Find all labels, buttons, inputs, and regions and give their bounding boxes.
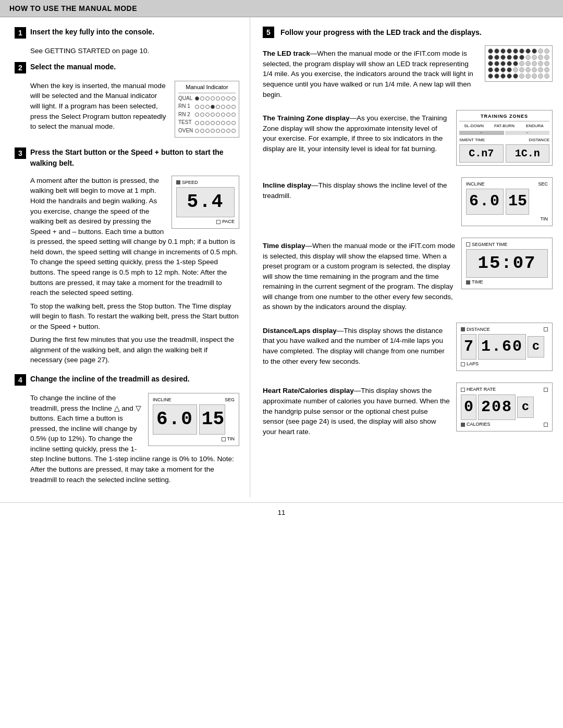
dot: [200, 121, 204, 125]
dot: [216, 121, 220, 125]
distance-displays: 7 1.60 c: [461, 334, 548, 360]
laps-icon: [461, 362, 465, 366]
indicator-row-rn2: RN 2: [178, 111, 236, 119]
distance-label: DISTANCE: [467, 326, 490, 333]
led-dot: [488, 67, 493, 72]
distance-top: DISTANCE: [461, 326, 548, 333]
led-grid: [488, 48, 549, 79]
dot: [205, 129, 210, 133]
speed-display-box: SPEED 5.4 PACE: [172, 176, 239, 229]
step-2-content: Manual Indicator QUAL: [30, 81, 239, 142]
time-display-value: 15:07: [466, 249, 548, 278]
incline-right-box: INCLINE SEC 6.0 15 TIN: [461, 177, 553, 226]
dot: [221, 105, 225, 109]
pace-indicator-icon: [216, 220, 221, 224]
indicator-label-rn1: RN 1: [178, 103, 195, 110]
tz-sublabel-2: DISTANCE: [529, 137, 549, 143]
time-display-body: —When the manual mode or the iFIT.com mo…: [263, 242, 455, 311]
incline-value1: 6.0: [153, 404, 197, 435]
led-dot: [538, 67, 543, 72]
dot: [205, 121, 210, 125]
page: HOW TO USE THE MANUAL MODE 1 Insert the …: [0, 0, 563, 523]
dot: [231, 105, 236, 109]
speed-label-text: SPEED: [182, 179, 198, 186]
segment-time-label: SEGMENT TIME: [472, 241, 507, 248]
led-dot: [513, 55, 518, 60]
time-display-title: Time display: [263, 242, 305, 250]
training-zones-title: The Training Zone display: [263, 114, 350, 122]
dot: [221, 113, 225, 117]
dot: [200, 129, 204, 133]
dot: [200, 105, 204, 109]
led-dot: [500, 55, 506, 60]
incline-display-title: Incline display: [263, 181, 311, 189]
led-dot: [525, 67, 531, 72]
dot: [231, 129, 236, 133]
dot: [195, 129, 199, 133]
step-2-number: 2: [15, 62, 26, 73]
tz-display-2: 1C.n: [506, 144, 550, 163]
dot-row-qual: [195, 96, 236, 101]
led-dot: [519, 55, 524, 60]
led-dot: [488, 61, 493, 66]
distance-right-icon: [544, 327, 548, 331]
training-zones-labels: SL-DOWN FAT-BURN ENDURA: [459, 123, 549, 129]
manual-indicator-box: Manual Indicator QUAL: [175, 81, 239, 138]
heart-rate-box: HEART RATE 0 208 c CALOR: [456, 382, 553, 431]
dot: [221, 121, 225, 125]
led-dot: [507, 61, 512, 66]
section-header: HOW TO USE THE MANUAL MODE: [0, 0, 563, 17]
dot: [211, 121, 215, 125]
tz-display-1: C.n7: [459, 144, 504, 163]
led-dot: [507, 48, 512, 54]
heart-rate-num1: 0: [461, 394, 476, 421]
led-dot: [538, 48, 543, 54]
indicator-row-oven: OVEN: [178, 127, 236, 135]
time-indicator-icon: [466, 280, 470, 285]
dot: [195, 105, 199, 109]
led-dot: [494, 61, 499, 66]
distance-section: DISTANCE 7 1.60 c LAPS: [263, 323, 553, 376]
indicator-label-oven: OVEN: [178, 127, 195, 135]
led-dot: [532, 61, 537, 66]
heart-rate-top: HEART RATE: [461, 386, 548, 393]
led-dot: [507, 55, 512, 60]
dot: [226, 96, 230, 101]
speed-indicator-icon: [176, 180, 180, 184]
incline-bottom-label: TIN: [227, 436, 235, 442]
led-dot: [538, 61, 543, 66]
incline-right-bottom: TIN: [466, 216, 548, 223]
dot: [211, 113, 215, 117]
led-dot: [525, 61, 531, 66]
distance-top-left: DISTANCE: [461, 326, 490, 333]
heart-rate-top-left: HEART RATE: [461, 386, 496, 393]
incline-displays: 6.0 15: [153, 404, 235, 435]
led-dot: [507, 73, 512, 79]
indicator-label-qual: QUAL: [178, 95, 195, 103]
led-dot: [513, 61, 518, 66]
led-dot: [544, 61, 549, 66]
left-column: 1 Insert the key fully into the console.…: [0, 17, 250, 497]
dot: [200, 96, 204, 101]
dot: [231, 121, 236, 125]
led-dot: [488, 55, 493, 60]
dot: [231, 96, 236, 101]
tz-zone-sldown: SL-DOWN: [459, 123, 488, 129]
training-zone-displays: C.n7 1C.n: [459, 144, 549, 163]
led-dot: [519, 73, 524, 79]
dot-row-rn1: [195, 105, 236, 109]
dot: [195, 121, 199, 125]
incline-right-section: INCLINE SEC 6.0 15 TIN Incline display—T…: [263, 177, 553, 230]
dot: [226, 129, 230, 133]
right-column: 5 Follow your progress with the LED trac…: [250, 17, 563, 497]
step-3: 3 Press the Start button or the Speed + …: [15, 147, 239, 168]
segment-time-top: SEGMENT TIME: [466, 241, 548, 248]
heart-rate-section: HEART RATE 0 208 c CALOR: [263, 382, 553, 440]
distance-top-right: [544, 326, 548, 333]
calories-label: CALORIES: [461, 421, 491, 428]
dot-row-test: [195, 121, 236, 125]
time-display-bottom: TIME: [466, 279, 548, 286]
indicator-label-test: TEST: [178, 119, 195, 127]
heart-rate-title: Heart Rate/Calories display: [263, 387, 354, 394]
training-zones-box: TRAINING ZONES SL-DOWN FAT-BURN ENDURA ←…: [456, 110, 553, 166]
